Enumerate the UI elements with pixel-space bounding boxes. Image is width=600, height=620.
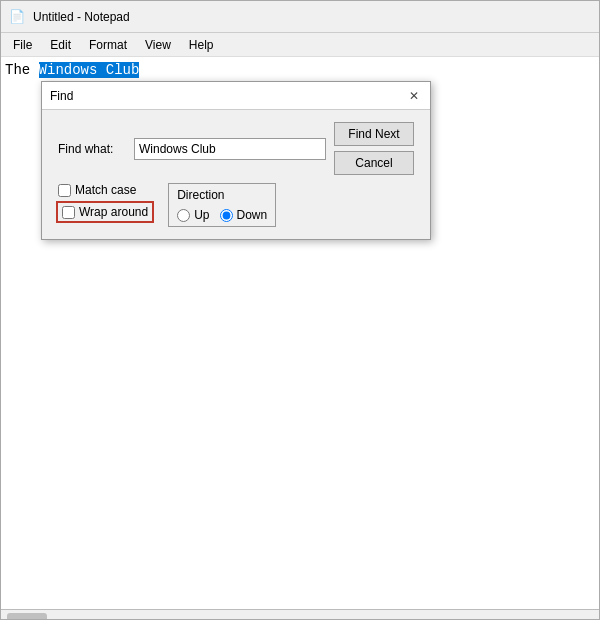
- dialog-title-bar: Find ✕: [42, 82, 430, 110]
- checkboxes-col: Match case Wrap around: [58, 183, 152, 221]
- title-bar: 📄 Untitled - Notepad: [1, 1, 599, 33]
- window-title: Untitled - Notepad: [33, 10, 130, 24]
- menu-edit[interactable]: Edit: [42, 36, 79, 54]
- direction-group: Direction Up Down: [168, 183, 276, 227]
- editor-content: The Windows Club: [5, 61, 595, 81]
- dialog-title: Find: [50, 89, 73, 103]
- cancel-button[interactable]: Cancel: [334, 151, 414, 175]
- direction-options: Up Down: [177, 208, 267, 222]
- editor-selected-text: Windows Club: [39, 62, 140, 78]
- find-what-row: Find what: Find Next Cancel: [58, 122, 414, 175]
- app-icon: 📄: [9, 9, 25, 25]
- menu-file[interactable]: File: [5, 36, 40, 54]
- match-case-checkbox[interactable]: [58, 184, 71, 197]
- direction-up-radio[interactable]: [177, 209, 190, 222]
- match-case-label: Match case: [75, 183, 136, 197]
- find-what-input[interactable]: [134, 138, 326, 160]
- scroll-thumb: [7, 613, 47, 621]
- menu-format[interactable]: Format: [81, 36, 135, 54]
- find-what-label: Find what:: [58, 142, 126, 156]
- wrap-around-row: Wrap around: [58, 203, 152, 221]
- dialog-body: Find what: Find Next Cancel Match case: [42, 110, 430, 239]
- menu-help[interactable]: Help: [181, 36, 222, 54]
- editor-prefix: The: [5, 62, 39, 78]
- direction-up-label: Up: [194, 208, 209, 222]
- direction-up-row: Up: [177, 208, 209, 222]
- menu-bar: File Edit Format View Help: [1, 33, 599, 57]
- dialog-close-button[interactable]: ✕: [406, 88, 422, 104]
- direction-label: Direction: [177, 188, 267, 202]
- direction-down-row: Down: [220, 208, 268, 222]
- menu-view[interactable]: View: [137, 36, 179, 54]
- editor-area[interactable]: The Windows Club Find ✕ Find what: Find …: [1, 57, 599, 620]
- find-next-button[interactable]: Find Next: [334, 122, 414, 146]
- wrap-around-label: Wrap around: [79, 205, 148, 219]
- match-case-row: Match case: [58, 183, 152, 197]
- horizontal-scrollbar[interactable]: [1, 609, 599, 620]
- options-row: Match case Wrap around Direction Up: [58, 183, 414, 227]
- direction-down-radio[interactable]: [220, 209, 233, 222]
- direction-down-label: Down: [237, 208, 268, 222]
- find-dialog: Find ✕ Find what: Find Next Cancel Match…: [41, 81, 431, 240]
- wrap-around-checkbox[interactable]: [62, 206, 75, 219]
